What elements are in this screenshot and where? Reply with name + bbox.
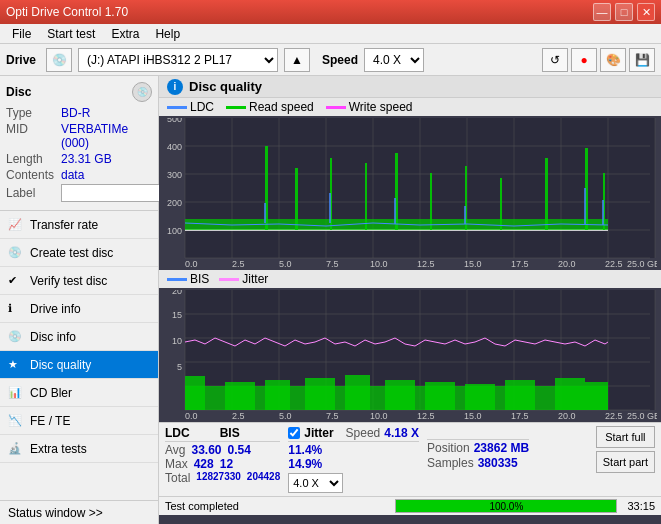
app-title: Opti Drive Control 1.70 [6,5,128,19]
svg-text:20.0: 20.0 [558,411,576,420]
nav-item-transfer-rate[interactable]: 📈 Transfer rate [0,211,158,239]
svg-rect-101 [265,380,290,410]
nav-item-disc-quality[interactable]: ★ Disc quality [0,351,158,379]
nav-item-extra-tests-label: Extra tests [30,442,87,456]
svg-rect-51 [500,178,502,230]
svg-rect-104 [385,380,415,410]
stats-panel: LDC BIS Avg 33.60 0.54 Max 428 12 Tota [159,422,661,496]
legend-write: Write speed [326,100,413,114]
menu-help[interactable]: Help [147,25,188,43]
legend-jitter-label: Jitter [242,272,268,286]
ldc-color-swatch [167,106,187,109]
nav-item-verify-test-disc[interactable]: ✔ Verify test disc [0,267,158,295]
jitter-col-header: Jitter [304,426,333,440]
disc-type-label: Type [6,106,61,120]
svg-text:22.5: 22.5 [605,411,623,420]
speed-value-display: 4.18 X [384,426,419,440]
svg-text:17.5: 17.5 [511,411,529,420]
sidebar: Disc 💿 Type BD-R MID VERBATIMe (000) Len… [0,76,159,524]
start-part-button[interactable]: Start part [596,451,655,473]
svg-rect-99 [185,376,205,410]
bis-col-header: BIS [220,426,240,440]
disc-type-value: BD-R [61,106,90,120]
nav-item-disc-info[interactable]: 💿 Disc info [0,323,158,351]
svg-text:12.5: 12.5 [417,411,435,420]
titlebar-controls: — □ ✕ [593,3,655,21]
toolbar-btn-4[interactable]: 💾 [629,48,655,72]
svg-text:400: 400 [167,142,182,152]
toolbar-btn-1[interactable]: ↺ [542,48,568,72]
status-window-label: Status window >> [8,506,103,520]
maximize-button[interactable]: □ [615,3,633,21]
disc-contents-value: data [61,168,84,182]
chart-title: Disc quality [189,79,262,94]
nav-item-cd-bler[interactable]: 📊 CD Bler [0,379,158,407]
extra-tests-icon: 🔬 [8,442,24,455]
svg-text:100: 100 [167,226,182,236]
svg-text:15: 15 [172,310,182,320]
avg-ldc-value: 33.60 [191,443,221,457]
position-stats-col: Position 23862 MB Samples 380335 [427,426,529,470]
svg-text:10.0: 10.0 [370,259,388,268]
disc-quality-icon: ★ [8,358,24,371]
avg-jitter-value: 11.4% [288,443,322,457]
svg-rect-100 [225,382,255,410]
nav-item-extra-tests[interactable]: 🔬 Extra tests [0,435,158,463]
disc-length-value: 23.31 GB [61,152,112,166]
jitter-checkbox[interactable] [288,427,300,439]
svg-rect-47 [365,163,367,230]
svg-text:5.0: 5.0 [279,411,292,420]
ldc-col-header: LDC [165,426,190,440]
bottom-chart: 20 15 10 5 20% 16% 12% 8% 4% 0.0 2.5 5.0… [163,290,657,420]
menu-file[interactable]: File [4,25,39,43]
close-button[interactable]: ✕ [637,3,655,21]
content-area: i Disc quality LDC Read speed Write spee… [159,76,661,524]
svg-text:200: 200 [167,198,182,208]
jitter-color-swatch [219,278,239,281]
disc-type-row: Type BD-R [6,106,152,120]
speed-select-stats[interactable]: 4.0 X [288,473,343,493]
disc-mid-value: VERBATIMe (000) [61,122,152,150]
disc-label-label: Label [6,186,61,200]
drive-info-icon: ℹ [8,302,24,315]
toolbar-btn-2[interactable]: ● [571,48,597,72]
svg-rect-103 [345,375,370,410]
disc-header: Disc 💿 [6,82,152,102]
svg-text:12.5: 12.5 [417,259,435,268]
nav-item-create-test-disc[interactable]: 💿 Create test disc [0,239,158,267]
nav-item-verify-test-disc-label: Verify test disc [30,274,107,288]
position-label: Position [427,441,470,455]
minimize-button[interactable]: — [593,3,611,21]
svg-rect-49 [430,173,432,230]
nav-item-drive-info[interactable]: ℹ Drive info [0,295,158,323]
legend-read: Read speed [226,100,314,114]
top-chart: 500 400 300 200 100 18X 16X 14X 12X 10X … [163,118,657,268]
toolbar-btn-3[interactable]: 🎨 [600,48,626,72]
menu-extra[interactable]: Extra [103,25,147,43]
progress-percent: 100.0% [396,500,616,512]
speed-select[interactable]: 4.0 X [364,48,424,72]
bis-chart-legend: BIS Jitter [159,270,661,288]
speed-label: Speed [322,53,358,67]
svg-text:2.5: 2.5 [232,411,245,420]
start-full-button[interactable]: Start full [596,426,655,448]
legend-bis-label: BIS [190,272,209,286]
drivebar: Drive 💿 (J:) ATAPI iHBS312 2 PL17 ▲ Spee… [0,44,661,76]
nav-item-fe-te[interactable]: 📉 FE / TE [0,407,158,435]
svg-text:17.5: 17.5 [511,259,529,268]
speed-col-header: Speed [346,426,381,440]
read-color-swatch [226,106,246,109]
disc-contents-label: Contents [6,168,61,182]
drive-open-button[interactable]: ▲ [284,48,310,72]
menu-start-test[interactable]: Start test [39,25,103,43]
drive-select[interactable]: (J:) ATAPI iHBS312 2 PL17 [78,48,278,72]
svg-text:20: 20 [172,290,182,296]
elapsed-time: 33:15 [627,500,655,512]
drive-eject-icon[interactable]: 💿 [46,48,72,72]
status-window-button[interactable]: Status window >> [0,500,158,524]
max-bis-value: 12 [220,457,233,471]
svg-rect-52 [545,158,548,230]
nav-item-drive-info-label: Drive info [30,302,81,316]
svg-text:10.0: 10.0 [370,411,388,420]
jitter-stats-col: Jitter Speed 4.18 X 11.4% 14.9% 4.0 X [288,426,419,493]
